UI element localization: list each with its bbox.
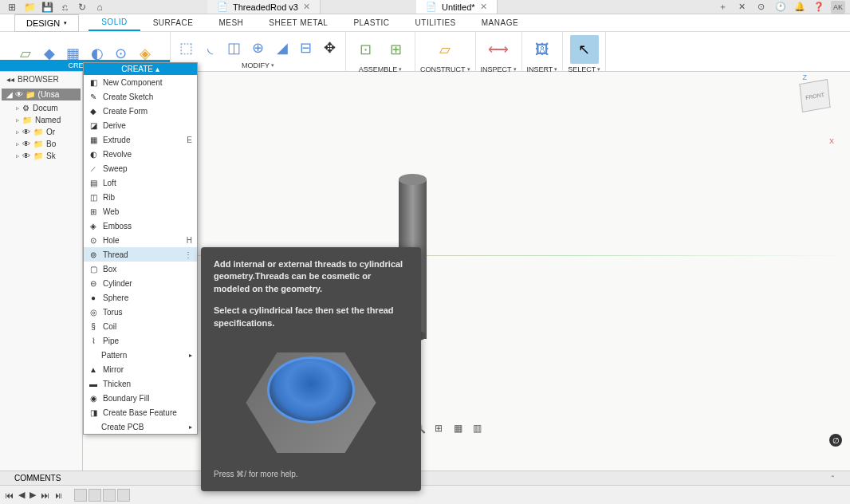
presspull-icon[interactable]: ⬚	[175, 37, 198, 59]
select-icon[interactable]: ↖	[570, 35, 599, 64]
menu-item-pattern[interactable]: Pattern▸	[84, 348, 197, 362]
combine-icon[interactable]: ⊕	[247, 37, 270, 59]
close-icon[interactable]: ✕	[480, 2, 487, 12]
tab-solid[interactable]: SOLID	[89, 14, 140, 31]
tool-group-inspect: ⟷ INSPECT	[476, 32, 522, 71]
expand-icon[interactable]: ⌃	[830, 474, 836, 482]
menu-item-emboss[interactable]: ◈Emboss	[84, 219, 197, 233]
timeline-feature[interactable]	[74, 489, 87, 502]
browser-item-named[interactable]: ▹ 📁 Named	[0, 114, 82, 126]
timeline-feature[interactable]	[117, 489, 130, 502]
clock-icon[interactable]: 🕐	[773, 1, 788, 14]
browser-item-sketches[interactable]: ▹ 👁 📁 Sk	[0, 150, 82, 162]
menu-item-coil[interactable]: §Coil	[84, 319, 197, 333]
grid-icon[interactable]: ▥	[470, 421, 484, 435]
menu-item-label: Create Form	[103, 107, 148, 116]
timeline-end-icon[interactable]: ⏭	[41, 490, 49, 500]
menu-item-create-sketch[interactable]: ✎Create Sketch	[84, 89, 197, 104]
notification-icon[interactable]: 🔔	[793, 1, 807, 14]
menu-item-create-pcb[interactable]: Create PCB▸	[84, 419, 197, 434]
menu-item-create-base-feature[interactable]: ◨Create Base Feature	[84, 405, 197, 419]
menu-icon: ●	[89, 293, 98, 302]
menu-icon: ▢	[89, 264, 98, 274]
menu-item-sweep[interactable]: ⟋Sweep	[84, 161, 197, 175]
menu-item-derive[interactable]: ◪Derive	[84, 118, 197, 132]
close-icon[interactable]: ✕	[303, 2, 310, 12]
display-icon[interactable]: ▦	[451, 421, 465, 435]
avatar[interactable]: AK	[831, 1, 845, 14]
split-icon[interactable]: ⊟	[295, 37, 317, 59]
fit-icon[interactable]: ⊞	[431, 421, 446, 435]
browser-root-node[interactable]: ◢ 👁 📁 (Unsa	[2, 89, 81, 100]
fillet-icon[interactable]: ◟	[199, 37, 222, 59]
redo-icon[interactable]: ↻	[77, 2, 88, 13]
menu-item-revolve[interactable]: ◐Revolve	[84, 147, 197, 161]
timeline-next-icon[interactable]: ▶	[30, 490, 36, 500]
menu-item-boundary-fill[interactable]: ◉Boundary Fill	[84, 391, 197, 405]
menu-item-extrude[interactable]: ▦ExtrudeE	[84, 132, 197, 147]
help-icon[interactable]: ❓	[812, 1, 826, 14]
shortcut-label: E	[187, 136, 192, 144]
browser-item-document[interactable]: ▹ ⚙ Docum	[0, 102, 82, 114]
tool-group-select: ↖ SELECT	[563, 32, 606, 71]
browser-header[interactable]: ◂◂ BROWSER	[0, 72, 82, 87]
tab-sheet-metal[interactable]: SHEET METAL	[256, 14, 340, 31]
measure-icon[interactable]: ⟷	[484, 35, 513, 64]
timeline-prev-icon[interactable]: ◀	[18, 490, 25, 500]
menu-icon: ◐	[89, 149, 98, 159]
open-icon[interactable]: 📁	[24, 2, 35, 13]
menu-item-thicken[interactable]: ▬Thicken	[84, 376, 197, 391]
tab-manage[interactable]: MANAGE	[469, 14, 531, 31]
move-icon[interactable]: ✥	[319, 37, 341, 59]
menu-item-create-form[interactable]: ◆Create Form	[84, 104, 197, 118]
menu-item-label: Hole	[103, 236, 120, 245]
menu-item-rib[interactable]: ◫Rib	[84, 190, 197, 204]
tab-surface[interactable]: SURFACE	[140, 14, 207, 31]
status-icon[interactable]: ∅	[829, 434, 842, 447]
tab-utilities[interactable]: UTILITIES	[403, 14, 469, 31]
modify-dropdown[interactable]: MODIFY	[242, 60, 274, 71]
menu-item-pipe[interactable]: ⌇Pipe	[84, 333, 197, 348]
menu-item-label: Extrude	[103, 136, 130, 144]
timeline-feature[interactable]	[103, 489, 116, 502]
new-icon[interactable]: ＋	[716, 1, 730, 14]
document-tab-threadedrod[interactable]: 📄 ThreadedRod v3 ✕	[207, 0, 321, 14]
browser-item-bodies[interactable]: ▹ 👁 📁 Bo	[0, 138, 82, 150]
undo-icon[interactable]: ⎌	[59, 2, 70, 13]
doc-tab-label: Untitled*	[442, 2, 475, 12]
menu-item-thread[interactable]: ⊚Thread⋮	[84, 247, 197, 262]
comments-bar[interactable]: COMMENTS ⌃	[0, 471, 850, 485]
shell-icon[interactable]: ◫	[223, 37, 246, 59]
extensions-icon[interactable]: ✕	[735, 1, 750, 14]
menu-icon: ⊙	[89, 235, 98, 245]
save-icon[interactable]: 💾	[41, 2, 53, 13]
insert-icon[interactable]: 🖼	[528, 35, 557, 64]
menu-item-label: Emboss	[103, 222, 132, 230]
menu-item-web[interactable]: ⊞Web	[84, 204, 197, 219]
timeline-start-icon[interactable]: ⏮	[5, 490, 14, 500]
menu-item-sphere[interactable]: ●Sphere	[84, 290, 197, 305]
draft-icon[interactable]: ◢	[271, 37, 293, 59]
tab-mesh[interactable]: MESH	[206, 14, 256, 31]
menu-item-mirror[interactable]: ▲Mirror	[84, 362, 197, 376]
menu-item-box[interactable]: ▢Box	[84, 262, 197, 276]
timeline-play-icon[interactable]: ⏯	[54, 490, 63, 500]
assemble-rigid-icon[interactable]: ⊞	[381, 35, 410, 64]
assemble-joint-icon[interactable]: ⊡	[351, 35, 380, 64]
menu-item-hole[interactable]: ⊙HoleH	[84, 233, 197, 247]
browser-item-origin[interactable]: ▹ 👁 📁 Or	[0, 126, 82, 138]
viewcube[interactable]: FRONT	[801, 81, 836, 116]
menu-item-loft[interactable]: ▤Loft	[84, 175, 197, 190]
home-icon[interactable]: ⌂	[94, 2, 105, 13]
menu-item-cylinder[interactable]: ⊖Cylinder	[84, 276, 197, 290]
timeline-feature[interactable]	[89, 489, 101, 502]
tab-plastic[interactable]: PLASTIC	[340, 14, 402, 31]
document-tab-untitled[interactable]: 📄 Untitled* ✕	[416, 0, 498, 14]
app-menu-icon[interactable]: ⊞	[6, 2, 18, 13]
menu-item-torus[interactable]: ◎Torus	[84, 305, 197, 319]
construct-plane-icon[interactable]: ▱	[431, 35, 459, 64]
menu-item-new-component[interactable]: ◧New Component	[84, 75, 197, 89]
job-status-icon[interactable]: ⊙	[754, 1, 769, 14]
workspace-switcher[interactable]: DESIGN▾	[14, 14, 79, 32]
doc-icon: 📄	[217, 2, 228, 12]
